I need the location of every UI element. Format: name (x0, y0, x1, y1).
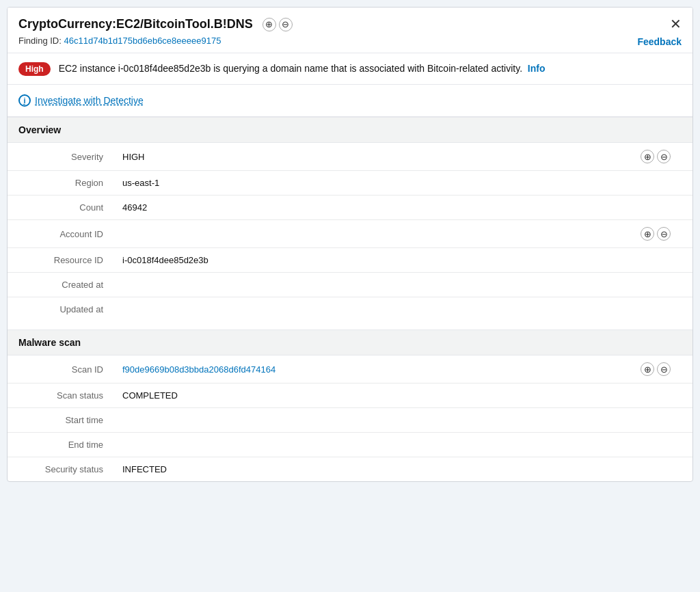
overview-value-text: HIGH (122, 152, 641, 162)
finding-panel: CryptoCurrency:EC2/BitcoinTool.B!DNS ⊕ ⊖… (7, 7, 693, 482)
overview-row: Count46942 (8, 196, 692, 220)
detective-section: i Investigate with Detective (8, 85, 692, 117)
malware-row-value (117, 433, 692, 457)
overview-row-value: 46942 (117, 196, 692, 220)
overview-table: SeverityHIGH⊕⊖Regionus-east-1Count46942A… (8, 143, 692, 321)
overview-row-label: Region (8, 171, 117, 196)
overview-row: Created at (8, 273, 692, 297)
row-zoom-out-button[interactable]: ⊖ (657, 227, 671, 241)
alert-bar: High EC2 instance i-0c018f4dee85d2e3b is… (8, 53, 692, 85)
overview-section: Overview SeverityHIGH⊕⊖Regionus-east-1Co… (8, 117, 692, 321)
row-zoom-in-button[interactable]: ⊕ (641, 362, 654, 376)
row-zoom-out-button[interactable]: ⊖ (657, 362, 671, 376)
overview-row-value: HIGH⊕⊖ (117, 143, 692, 171)
overview-row-label: Created at (8, 273, 117, 297)
overview-row: Updated at (8, 297, 692, 322)
overview-row-label: Account ID (8, 220, 117, 248)
malware-row-value: INFECTED (117, 457, 692, 482)
title-zoom-in-button[interactable]: ⊕ (262, 18, 276, 31)
malware-row-label: Start time (8, 408, 117, 433)
malware-row-label: Security status (8, 457, 117, 482)
title-zoom-out-button[interactable]: ⊖ (279, 18, 293, 31)
detective-link-label: Investigate with Detective (35, 95, 144, 106)
panel-header: CryptoCurrency:EC2/BitcoinTool.B!DNS ⊕ ⊖… (8, 8, 692, 53)
investigate-detective-link[interactable]: i Investigate with Detective (18, 94, 682, 107)
detective-info-icon: i (18, 94, 31, 107)
finding-id-label: Finding ID: (18, 36, 62, 46)
row-zoom-in-button[interactable]: ⊕ (641, 150, 654, 163)
close-button[interactable]: ✕ (670, 17, 682, 31)
finding-title: CryptoCurrency:EC2/BitcoinTool.B!DNS (18, 17, 253, 31)
overview-row-label: Severity (8, 143, 117, 171)
info-link[interactable]: Info (528, 63, 546, 74)
malware-row-value: COMPLETED (117, 384, 692, 408)
overview-row-label: Count (8, 196, 117, 220)
overview-row-value: i-0c018f4dee85d2e3b (117, 248, 692, 273)
row-zoom-in-button[interactable]: ⊕ (641, 227, 654, 241)
overview-row-value (117, 273, 692, 297)
malware-row-value (117, 408, 692, 433)
title-zoom-controls: ⊕ ⊖ (262, 18, 293, 31)
row-zoom-out-button[interactable]: ⊖ (657, 150, 671, 163)
finding-id-row: Finding ID: 46c11d74b1d175bd6eb6ce8eeeee… (18, 36, 682, 46)
malware-row: Scan statusCOMPLETED (8, 384, 692, 408)
malware-scan-section: Malware scan Scan IDf90de9669b08d3bbda20… (8, 329, 692, 481)
malware-value-link[interactable]: f90de9669b08d3bbda2068d6fd474164 (122, 364, 641, 375)
malware-row: Scan IDf90de9669b08d3bbda2068d6fd474164⊕… (8, 355, 692, 384)
overview-row: Account ID⊕⊖ (8, 220, 692, 248)
panel-title-row: CryptoCurrency:EC2/BitcoinTool.B!DNS ⊕ ⊖ (18, 17, 682, 31)
malware-row-label: Scan status (8, 384, 117, 408)
feedback-button[interactable]: Feedback (637, 36, 682, 47)
overview-row-value: ⊕⊖ (117, 220, 692, 248)
malware-row: Start time (8, 408, 692, 433)
malware-row-value: f90de9669b08d3bbda2068d6fd474164⊕⊖ (117, 355, 692, 384)
malware-row: Security statusINFECTED (8, 457, 692, 482)
severity-badge: High (18, 62, 51, 76)
overview-row: Resource IDi-0c018f4dee85d2e3b (8, 248, 692, 273)
alert-message: EC2 instance i-0c018f4dee85d2e3b is quer… (59, 62, 682, 76)
finding-id-link[interactable]: 46c11d74b1d175bd6eb6ce8eeeee9175 (64, 36, 221, 46)
malware-scan-table: Scan IDf90de9669b08d3bbda2068d6fd474164⊕… (8, 355, 692, 481)
malware-scan-section-header: Malware scan (8, 329, 692, 355)
overview-row-label: Resource ID (8, 248, 117, 273)
overview-row: Regionus-east-1 (8, 171, 692, 196)
overview-row-value (117, 297, 692, 322)
overview-section-header: Overview (8, 117, 692, 143)
overview-row-label: Updated at (8, 297, 117, 322)
malware-row-label: End time (8, 433, 117, 457)
overview-row: SeverityHIGH⊕⊖ (8, 143, 692, 171)
malware-row-label: Scan ID (8, 355, 117, 384)
malware-row: End time (8, 433, 692, 457)
overview-row-value: us-east-1 (117, 171, 692, 196)
